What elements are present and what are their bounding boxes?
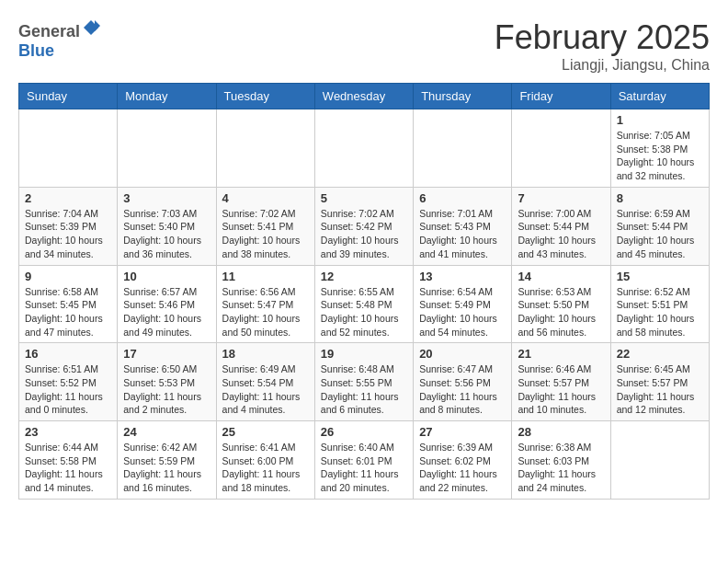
calendar-cell: 13Sunrise: 6:54 AMSunset: 5:49 PMDayligh…: [414, 265, 512, 343]
calendar-table: SundayMondayTuesdayWednesdayThursdayFrid…: [18, 83, 710, 500]
calendar-cell: 7Sunrise: 7:00 AMSunset: 5:44 PMDaylight…: [512, 187, 610, 265]
day-number: 18: [222, 347, 309, 361]
calendar-cell: 4Sunrise: 7:02 AMSunset: 5:41 PMDaylight…: [216, 187, 314, 265]
calendar-cell: 16Sunrise: 6:51 AMSunset: 5:52 PMDayligh…: [19, 343, 118, 421]
calendar-header-sunday: Sunday: [19, 84, 118, 109]
calendar-cell: 15Sunrise: 6:52 AMSunset: 5:51 PMDayligh…: [610, 265, 709, 343]
day-info: Sunrise: 6:41 AMSunset: 6:00 PMDaylight:…: [222, 441, 309, 495]
calendar-cell: 20Sunrise: 6:47 AMSunset: 5:56 PMDayligh…: [414, 343, 512, 421]
day-info: Sunrise: 6:59 AMSunset: 5:44 PMDaylight:…: [617, 207, 703, 261]
month-title: February 2025: [495, 18, 710, 57]
calendar-cell: 27Sunrise: 6:39 AMSunset: 6:02 PMDayligh…: [414, 421, 512, 500]
calendar-cell: [414, 109, 512, 188]
calendar-cell: 9Sunrise: 6:58 AMSunset: 5:45 PMDaylight…: [19, 265, 118, 343]
calendar-cell: 19Sunrise: 6:48 AMSunset: 5:55 PMDayligh…: [314, 343, 413, 421]
calendar-cell: 2Sunrise: 7:04 AMSunset: 5:39 PMDaylight…: [19, 187, 118, 265]
day-info: Sunrise: 6:48 AMSunset: 5:55 PMDaylight:…: [321, 362, 407, 417]
day-info: Sunrise: 6:55 AMSunset: 5:48 PMDaylight:…: [321, 285, 407, 339]
logo-text: General Blue: [18, 18, 100, 61]
day-number: 27: [419, 425, 506, 439]
day-number: 28: [518, 425, 604, 439]
calendar-cell: 21Sunrise: 6:46 AMSunset: 5:57 PMDayligh…: [512, 343, 610, 421]
calendar-cell: 26Sunrise: 6:40 AMSunset: 6:01 PMDayligh…: [314, 421, 413, 500]
calendar-cell: 12Sunrise: 6:55 AMSunset: 5:48 PMDayligh…: [314, 265, 413, 343]
calendar-cell: 18Sunrise: 6:49 AMSunset: 5:54 PMDayligh…: [216, 343, 314, 421]
calendar-cell: 17Sunrise: 6:50 AMSunset: 5:53 PMDayligh…: [118, 343, 216, 421]
logo-blue: Blue: [18, 41, 54, 60]
calendar-header-row: SundayMondayTuesdayWednesdayThursdayFrid…: [19, 84, 710, 109]
calendar-cell: 22Sunrise: 6:45 AMSunset: 5:57 PMDayligh…: [610, 343, 709, 421]
day-info: Sunrise: 6:56 AMSunset: 5:47 PMDaylight:…: [222, 285, 309, 339]
calendar-cell: 25Sunrise: 6:41 AMSunset: 6:00 PMDayligh…: [216, 421, 314, 500]
day-number: 10: [123, 270, 210, 283]
calendar-week-3: 9Sunrise: 6:58 AMSunset: 5:45 PMDaylight…: [19, 265, 710, 343]
day-info: Sunrise: 6:45 AMSunset: 5:57 PMDaylight:…: [617, 362, 703, 417]
calendar-cell: 5Sunrise: 7:02 AMSunset: 5:42 PMDaylight…: [314, 187, 413, 265]
calendar-cell: 1Sunrise: 7:05 AMSunset: 5:38 PMDaylight…: [610, 109, 709, 188]
day-info: Sunrise: 6:58 AMSunset: 5:45 PMDaylight:…: [25, 285, 111, 339]
calendar-header-saturday: Saturday: [610, 84, 709, 109]
day-number: 7: [518, 191, 604, 205]
day-number: 13: [419, 270, 506, 283]
day-info: Sunrise: 6:40 AMSunset: 6:01 PMDaylight:…: [321, 441, 407, 495]
calendar-header-wednesday: Wednesday: [314, 84, 413, 109]
day-info: Sunrise: 7:04 AMSunset: 5:39 PMDaylight:…: [25, 207, 111, 261]
calendar-cell: [19, 109, 118, 188]
day-info: Sunrise: 7:00 AMSunset: 5:44 PMDaylight:…: [518, 207, 604, 261]
calendar-header-thursday: Thursday: [414, 84, 512, 109]
calendar-week-2: 2Sunrise: 7:04 AMSunset: 5:39 PMDaylight…: [19, 187, 710, 265]
day-number: 24: [123, 425, 210, 439]
title-section: February 2025 Liangji, Jiangsu, China: [495, 18, 710, 74]
location-subtitle: Liangji, Jiangsu, China: [495, 57, 710, 74]
day-number: 22: [617, 347, 703, 361]
calendar-cell: 3Sunrise: 7:03 AMSunset: 5:40 PMDaylight…: [118, 187, 216, 265]
calendar-cell: 10Sunrise: 6:57 AMSunset: 5:46 PMDayligh…: [118, 265, 216, 343]
day-number: 23: [25, 425, 111, 439]
day-info: Sunrise: 6:44 AMSunset: 5:58 PMDaylight:…: [25, 441, 111, 495]
calendar-cell: 28Sunrise: 6:38 AMSunset: 6:03 PMDayligh…: [512, 421, 610, 500]
day-info: Sunrise: 6:49 AMSunset: 5:54 PMDaylight:…: [222, 362, 309, 417]
calendar-header-tuesday: Tuesday: [216, 84, 314, 109]
day-number: 12: [321, 270, 407, 283]
day-number: 1: [617, 113, 703, 127]
svg-marker-1: [95, 20, 100, 31]
logo-general: General: [18, 22, 80, 40]
day-number: 2: [25, 191, 111, 205]
day-number: 16: [25, 347, 111, 361]
day-number: 20: [419, 347, 506, 361]
calendar-cell: 23Sunrise: 6:44 AMSunset: 5:58 PMDayligh…: [19, 421, 118, 500]
day-info: Sunrise: 7:02 AMSunset: 5:41 PMDaylight:…: [222, 207, 309, 261]
day-info: Sunrise: 6:52 AMSunset: 5:51 PMDaylight:…: [617, 285, 703, 339]
day-info: Sunrise: 6:38 AMSunset: 6:03 PMDaylight:…: [518, 441, 604, 495]
day-number: 11: [222, 270, 309, 283]
calendar-header-friday: Friday: [512, 84, 610, 109]
day-number: 5: [321, 191, 407, 205]
day-info: Sunrise: 7:05 AMSunset: 5:38 PMDaylight:…: [617, 129, 703, 183]
calendar-header-monday: Monday: [118, 84, 216, 109]
day-info: Sunrise: 6:57 AMSunset: 5:46 PMDaylight:…: [123, 285, 210, 339]
calendar-week-1: 1Sunrise: 7:05 AMSunset: 5:38 PMDaylight…: [19, 109, 710, 188]
day-number: 17: [123, 347, 210, 361]
calendar-cell: [216, 109, 314, 188]
day-number: 9: [25, 270, 111, 283]
calendar-week-4: 16Sunrise: 6:51 AMSunset: 5:52 PMDayligh…: [19, 343, 710, 421]
day-number: 6: [419, 191, 506, 205]
day-info: Sunrise: 6:50 AMSunset: 5:53 PMDaylight:…: [123, 362, 210, 417]
day-info: Sunrise: 6:39 AMSunset: 6:02 PMDaylight:…: [419, 441, 506, 495]
day-info: Sunrise: 6:51 AMSunset: 5:52 PMDaylight:…: [25, 362, 111, 417]
day-number: 15: [617, 270, 703, 283]
day-info: Sunrise: 6:53 AMSunset: 5:50 PMDaylight:…: [518, 285, 604, 339]
day-info: Sunrise: 6:42 AMSunset: 5:59 PMDaylight:…: [123, 441, 210, 495]
day-number: 14: [518, 270, 604, 283]
day-number: 8: [617, 191, 703, 205]
day-info: Sunrise: 6:54 AMSunset: 5:49 PMDaylight:…: [419, 285, 506, 339]
calendar-week-5: 23Sunrise: 6:44 AMSunset: 5:58 PMDayligh…: [19, 421, 710, 500]
calendar-cell: [314, 109, 413, 188]
calendar-cell: [610, 421, 709, 500]
day-info: Sunrise: 7:02 AMSunset: 5:42 PMDaylight:…: [321, 207, 407, 261]
day-number: 3: [123, 191, 210, 205]
calendar-cell: 6Sunrise: 7:01 AMSunset: 5:43 PMDaylight…: [414, 187, 512, 265]
day-info: Sunrise: 6:47 AMSunset: 5:56 PMDaylight:…: [419, 362, 506, 417]
logo-icon: [82, 18, 100, 37]
calendar-cell: 11Sunrise: 6:56 AMSunset: 5:47 PMDayligh…: [216, 265, 314, 343]
